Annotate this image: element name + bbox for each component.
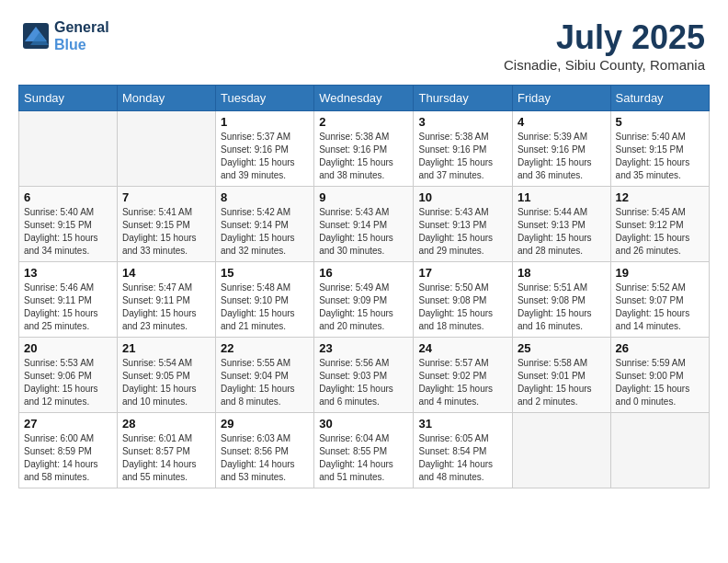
weekday-header-wednesday: Wednesday (314, 86, 414, 111)
calendar-day-cell: 17Sunrise: 5:50 AM Sunset: 9:08 PM Dayli… (414, 262, 512, 338)
day-info: Sunrise: 5:57 AM Sunset: 9:02 PM Dayligh… (418, 357, 506, 408)
calendar-day-cell: 16Sunrise: 5:49 AM Sunset: 9:09 PM Dayli… (314, 262, 414, 338)
main-title: July 2025 (504, 18, 705, 57)
calendar-day-cell: 18Sunrise: 5:51 AM Sunset: 9:08 PM Dayli… (512, 262, 610, 338)
day-number: 5 (616, 115, 704, 129)
logo-icon (23, 23, 51, 49)
calendar-day-cell: 13Sunrise: 5:46 AM Sunset: 9:11 PM Dayli… (19, 262, 118, 338)
calendar-day-cell: 7Sunrise: 5:41 AM Sunset: 9:15 PM Daylig… (117, 187, 215, 262)
day-number: 6 (24, 190, 112, 204)
day-number: 29 (221, 417, 309, 431)
day-info: Sunrise: 5:55 AM Sunset: 9:04 PM Dayligh… (221, 357, 309, 408)
day-info: Sunrise: 5:47 AM Sunset: 9:11 PM Dayligh… (122, 282, 210, 333)
calendar-day-cell: 21Sunrise: 5:54 AM Sunset: 9:05 PM Dayli… (117, 338, 215, 413)
calendar-week-row: 1Sunrise: 5:37 AM Sunset: 9:16 PM Daylig… (19, 111, 710, 187)
day-number: 4 (518, 115, 606, 129)
day-info: Sunrise: 6:01 AM Sunset: 8:57 PM Dayligh… (122, 432, 210, 484)
calendar-day-cell: 30Sunrise: 6:04 AM Sunset: 8:55 PM Dayli… (314, 413, 414, 488)
day-info: Sunrise: 5:40 AM Sunset: 9:15 PM Dayligh… (616, 131, 704, 182)
day-number: 7 (122, 190, 210, 204)
calendar-day-cell (610, 413, 709, 488)
day-info: Sunrise: 5:38 AM Sunset: 9:16 PM Dayligh… (319, 131, 408, 182)
day-info: Sunrise: 5:41 AM Sunset: 9:15 PM Dayligh… (122, 206, 210, 258)
day-info: Sunrise: 5:42 AM Sunset: 9:14 PM Dayligh… (221, 206, 309, 258)
calendar-day-cell (19, 111, 118, 187)
day-number: 17 (418, 266, 506, 280)
day-number: 31 (418, 417, 506, 431)
day-info: Sunrise: 5:39 AM Sunset: 9:16 PM Dayligh… (518, 131, 606, 182)
day-number: 2 (319, 115, 408, 129)
day-number: 11 (518, 190, 606, 204)
day-number: 13 (24, 266, 112, 280)
day-info: Sunrise: 5:51 AM Sunset: 9:08 PM Dayligh… (518, 282, 606, 333)
calendar-day-cell: 12Sunrise: 5:45 AM Sunset: 9:12 PM Dayli… (610, 187, 709, 262)
calendar-day-cell: 23Sunrise: 5:56 AM Sunset: 9:03 PM Dayli… (314, 338, 414, 413)
day-number: 28 (122, 417, 210, 431)
subtitle: Cisnadie, Sibiu County, Romania (504, 57, 705, 73)
day-number: 20 (24, 341, 112, 355)
day-number: 14 (122, 266, 210, 280)
day-number: 30 (319, 417, 408, 431)
day-number: 18 (518, 266, 606, 280)
calendar-day-cell: 3Sunrise: 5:38 AM Sunset: 9:16 PM Daylig… (414, 111, 512, 187)
day-info: Sunrise: 5:38 AM Sunset: 9:16 PM Dayligh… (418, 131, 506, 182)
calendar-day-cell: 22Sunrise: 5:55 AM Sunset: 9:04 PM Dayli… (215, 338, 313, 413)
logo: General Blue (23, 18, 109, 53)
page-header: General Blue July 2025 Cisnadie, Sibiu C… (9, 9, 719, 77)
calendar-day-cell: 15Sunrise: 5:48 AM Sunset: 9:10 PM Dayli… (215, 262, 313, 338)
calendar-day-cell: 26Sunrise: 5:59 AM Sunset: 9:00 PM Dayli… (610, 338, 709, 413)
day-info: Sunrise: 5:37 AM Sunset: 9:16 PM Dayligh… (221, 131, 309, 182)
day-info: Sunrise: 6:05 AM Sunset: 8:54 PM Dayligh… (418, 432, 506, 484)
day-info: Sunrise: 5:59 AM Sunset: 9:00 PM Dayligh… (616, 357, 704, 408)
day-info: Sunrise: 5:49 AM Sunset: 9:09 PM Dayligh… (319, 282, 408, 333)
calendar-table: SundayMondayTuesdayWednesdayThursdayFrid… (18, 85, 710, 488)
calendar-day-cell: 24Sunrise: 5:57 AM Sunset: 9:02 PM Dayli… (414, 338, 512, 413)
calendar-day-cell: 25Sunrise: 5:58 AM Sunset: 9:01 PM Dayli… (512, 338, 610, 413)
day-info: Sunrise: 5:54 AM Sunset: 9:05 PM Dayligh… (122, 357, 210, 408)
day-number: 22 (221, 341, 309, 355)
calendar-day-cell: 27Sunrise: 6:00 AM Sunset: 8:59 PM Dayli… (19, 413, 118, 488)
day-info: Sunrise: 6:04 AM Sunset: 8:55 PM Dayligh… (319, 432, 408, 484)
calendar-day-cell (117, 111, 215, 187)
day-number: 21 (122, 341, 210, 355)
calendar-day-cell: 4Sunrise: 5:39 AM Sunset: 9:16 PM Daylig… (512, 111, 610, 187)
day-info: Sunrise: 5:58 AM Sunset: 9:01 PM Dayligh… (518, 357, 606, 408)
calendar-day-cell: 20Sunrise: 5:53 AM Sunset: 9:06 PM Dayli… (19, 338, 118, 413)
day-info: Sunrise: 5:44 AM Sunset: 9:13 PM Dayligh… (518, 206, 606, 258)
day-number: 10 (418, 190, 506, 204)
calendar-week-row: 27Sunrise: 6:00 AM Sunset: 8:59 PM Dayli… (19, 413, 710, 488)
title-block: July 2025 Cisnadie, Sibiu County, Romani… (504, 18, 705, 73)
day-info: Sunrise: 5:46 AM Sunset: 9:11 PM Dayligh… (24, 282, 112, 333)
calendar-week-row: 6Sunrise: 5:40 AM Sunset: 9:15 PM Daylig… (19, 187, 710, 262)
day-number: 8 (221, 190, 309, 204)
day-number: 23 (319, 341, 408, 355)
calendar-day-cell: 8Sunrise: 5:42 AM Sunset: 9:14 PM Daylig… (215, 187, 313, 262)
weekday-header-saturday: Saturday (610, 86, 709, 111)
calendar-day-cell: 2Sunrise: 5:38 AM Sunset: 9:16 PM Daylig… (314, 111, 414, 187)
day-number: 9 (319, 190, 408, 204)
calendar-day-cell: 29Sunrise: 6:03 AM Sunset: 8:56 PM Dayli… (215, 413, 313, 488)
calendar-day-cell: 19Sunrise: 5:52 AM Sunset: 9:07 PM Dayli… (610, 262, 709, 338)
logo-text-line1: General (54, 18, 109, 36)
day-info: Sunrise: 5:53 AM Sunset: 9:06 PM Dayligh… (24, 357, 112, 408)
day-number: 12 (616, 190, 704, 204)
logo-text-line2: Blue (54, 36, 109, 53)
day-info: Sunrise: 5:45 AM Sunset: 9:12 PM Dayligh… (616, 206, 704, 258)
day-info: Sunrise: 5:50 AM Sunset: 9:08 PM Dayligh… (418, 282, 506, 333)
day-info: Sunrise: 6:00 AM Sunset: 8:59 PM Dayligh… (24, 432, 112, 484)
day-info: Sunrise: 5:43 AM Sunset: 9:14 PM Dayligh… (319, 206, 408, 258)
day-number: 15 (221, 266, 309, 280)
calendar-day-cell: 9Sunrise: 5:43 AM Sunset: 9:14 PM Daylig… (314, 187, 414, 262)
calendar-day-cell: 1Sunrise: 5:37 AM Sunset: 9:16 PM Daylig… (215, 111, 313, 187)
day-info: Sunrise: 5:43 AM Sunset: 9:13 PM Dayligh… (418, 206, 506, 258)
weekday-header-tuesday: Tuesday (215, 86, 313, 111)
calendar-day-cell: 11Sunrise: 5:44 AM Sunset: 9:13 PM Dayli… (512, 187, 610, 262)
day-number: 3 (418, 115, 506, 129)
day-number: 16 (319, 266, 408, 280)
day-number: 25 (518, 341, 606, 355)
weekday-header-sunday: Sunday (19, 86, 118, 111)
calendar-day-cell: 10Sunrise: 5:43 AM Sunset: 9:13 PM Dayli… (414, 187, 512, 262)
weekday-header-row: SundayMondayTuesdayWednesdayThursdayFrid… (19, 86, 710, 111)
calendar-day-cell: 5Sunrise: 5:40 AM Sunset: 9:15 PM Daylig… (610, 111, 709, 187)
weekday-header-friday: Friday (512, 86, 610, 111)
